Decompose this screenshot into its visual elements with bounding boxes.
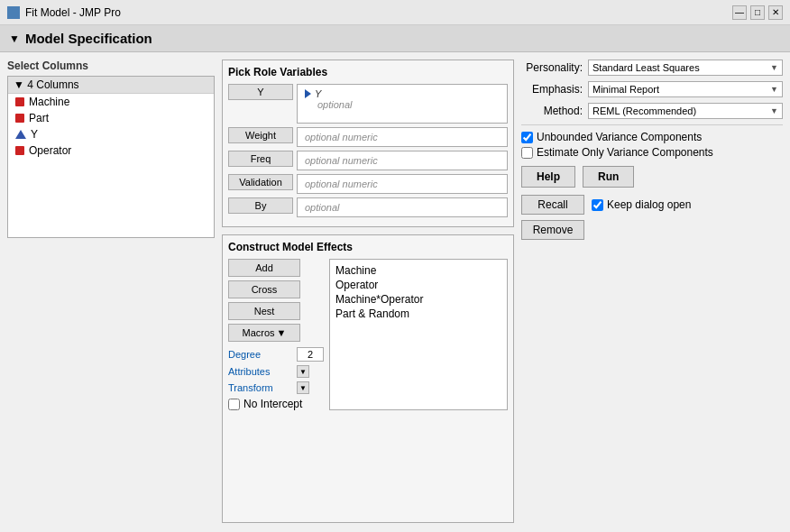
y-optional-text: optional (305, 99, 500, 110)
effect-operator[interactable]: Operator (334, 278, 503, 292)
recall-row: Recall Keep dialog open (521, 195, 783, 215)
role-btn-by[interactable]: By (228, 197, 293, 214)
role-btn-validation[interactable]: Validation (228, 174, 293, 190)
nominal-icon-operator (15, 146, 24, 155)
by-placeholder: optional (301, 200, 344, 215)
construct-extra: Degree 2 Attributes ▼ Transform ▼ (228, 347, 324, 410)
effect-machine-operator[interactable]: Machine*Operator (334, 292, 503, 307)
method-label: Method: (521, 105, 583, 117)
nominal-icon-machine (15, 97, 24, 106)
freq-placeholder: optional numeric (301, 153, 381, 168)
role-row-by: By optional (228, 197, 508, 217)
remove-button[interactable]: Remove (521, 220, 584, 240)
continuous-icon-y (15, 130, 26, 139)
construct-title: Construct Model Effects (228, 241, 508, 253)
nest-button[interactable]: Nest (228, 302, 300, 320)
emphasis-row: Emphasis: Minimal Report ▼ (521, 81, 783, 97)
attributes-dropdown[interactable]: ▼ (297, 365, 309, 378)
recall-button[interactable]: Recall (521, 195, 584, 215)
degree-label: Degree (228, 349, 291, 360)
run-button[interactable]: Run (583, 166, 634, 188)
effect-part-random[interactable]: Part & Random (334, 307, 503, 321)
transform-row: Transform ▼ (228, 381, 324, 394)
personality-dropdown-icon: ▼ (770, 63, 778, 72)
construct-buttons: Add Cross Nest Macros ▼ (228, 259, 300, 342)
columns-header: ▼ 4 Columns (8, 77, 214, 94)
estimate-only-checkbox[interactable] (521, 147, 533, 159)
minimize-button[interactable]: — (732, 5, 747, 20)
role-row-validation: Validation optional numeric (228, 174, 508, 194)
validation-placeholder: optional numeric (301, 177, 381, 191)
role-row-freq: Freq optional numeric (228, 151, 508, 170)
model-spec-header: ▼ Model Specification (0, 25, 790, 52)
no-intercept-row: No Intercept (228, 398, 324, 410)
middle-panel: Pick Role Variables Y Y optional Weight (222, 60, 514, 523)
col-y: Y (31, 128, 38, 141)
remove-row: Remove (521, 220, 783, 240)
macros-button[interactable]: Macros ▼ (228, 324, 300, 342)
effects-list[interactable]: Machine Operator Machine*Operator Part &… (329, 259, 508, 410)
personality-select[interactable]: Standard Least Squares ▼ (588, 60, 783, 76)
help-button[interactable]: Help (521, 166, 575, 188)
role-field-freq[interactable]: optional numeric (297, 151, 508, 170)
method-value: REML (Recommended) (592, 105, 696, 116)
role-btn-y[interactable]: Y (228, 84, 293, 100)
macros-dropdown-icon: ▼ (277, 327, 287, 338)
personality-value: Standard Least Squares (592, 62, 700, 73)
role-field-y[interactable]: Y optional (297, 84, 508, 124)
list-item-y[interactable]: Y (8, 126, 214, 142)
list-item-operator[interactable]: Operator (8, 142, 214, 159)
transform-dropdown[interactable]: ▼ (297, 381, 309, 394)
collapse-arrow[interactable]: ▼ (9, 32, 20, 45)
main-content: Select Columns ▼ 4 Columns Machine Part … (0, 52, 790, 530)
role-row-y: Y Y optional (228, 84, 508, 124)
model-spec-title: Model Specification (25, 31, 152, 46)
no-intercept-checkbox[interactable] (228, 399, 240, 410)
role-field-validation[interactable]: optional numeric (297, 174, 508, 194)
method-select[interactable]: REML (Recommended) ▼ (588, 103, 783, 119)
pick-role-box: Pick Role Variables Y Y optional Weight (222, 60, 514, 227)
list-item-part[interactable]: Part (8, 110, 214, 126)
personality-label: Personality: (521, 61, 583, 74)
role-btn-freq[interactable]: Freq (228, 151, 293, 167)
right-panel: Personality: Standard Least Squares ▼ Em… (521, 60, 783, 523)
keep-dialog-checkbox[interactable] (592, 199, 603, 211)
divider-1 (521, 124, 783, 125)
cross-button[interactable]: Cross (228, 280, 300, 298)
columns-count: ▼ 4 Columns (14, 78, 79, 91)
keep-dialog-label: Keep dialog open (607, 198, 691, 211)
col-machine: Machine (29, 96, 69, 108)
personality-row: Personality: Standard Least Squares ▼ (521, 60, 783, 76)
close-button[interactable]: ✕ (768, 5, 783, 20)
col-operator: Operator (29, 144, 71, 157)
action-buttons: Help Run (521, 166, 783, 188)
title-bar-controls[interactable]: — □ ✕ (732, 5, 783, 20)
weight-placeholder: optional numeric (301, 130, 381, 144)
app-icon (7, 6, 20, 19)
pick-role-title: Pick Role Variables (228, 66, 508, 78)
list-item-machine[interactable]: Machine (8, 94, 214, 110)
app-title: Fit Model - JMP Pro (25, 6, 121, 19)
estimate-only-row: Estimate Only Variance Components (521, 146, 783, 159)
method-row: Method: REML (Recommended) ▼ (521, 103, 783, 119)
construct-left: Add Cross Nest Macros ▼ Degree 2 (228, 259, 324, 410)
emphasis-select[interactable]: Minimal Report ▼ (588, 81, 783, 97)
role-field-weight[interactable]: optional numeric (297, 127, 508, 147)
role-row-weight: Weight optional numeric (228, 127, 508, 147)
degree-row: Degree 2 (228, 347, 324, 362)
transform-label: Transform (228, 382, 291, 393)
add-button[interactable]: Add (228, 259, 300, 277)
col-part: Part (29, 112, 49, 124)
emphasis-label: Emphasis: (521, 83, 583, 96)
effect-machine[interactable]: Machine (334, 263, 503, 278)
unbounded-variance-checkbox[interactable] (521, 132, 533, 143)
role-btn-weight[interactable]: Weight (228, 127, 293, 143)
emphasis-value: Minimal Report (592, 84, 659, 95)
method-dropdown-icon: ▼ (770, 106, 778, 115)
checkbox-section: Unbounded Variance Components Estimate O… (521, 131, 783, 159)
degree-input[interactable]: 2 (297, 347, 324, 362)
role-field-by[interactable]: optional (297, 197, 508, 217)
unbounded-variance-label: Unbounded Variance Components (537, 131, 702, 143)
title-bar-left: Fit Model - JMP Pro (7, 6, 121, 19)
maximize-button[interactable]: □ (750, 5, 765, 20)
